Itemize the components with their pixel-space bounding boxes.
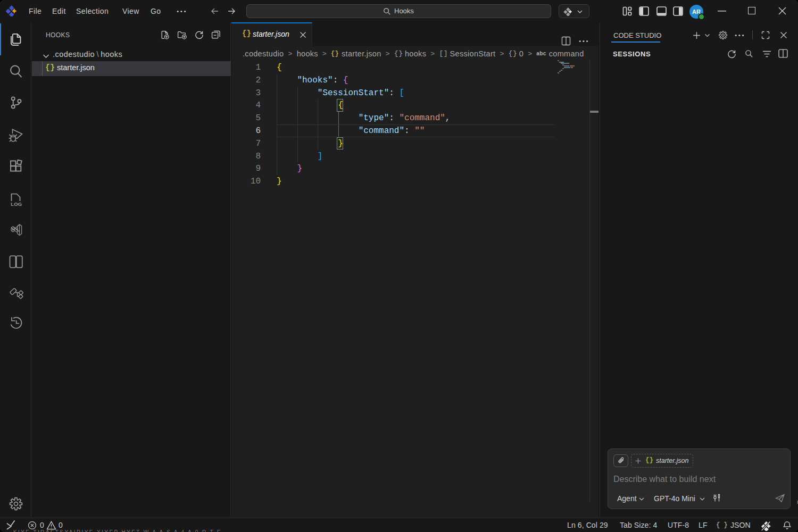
svg-text:LOG: LOG [11, 201, 22, 206]
